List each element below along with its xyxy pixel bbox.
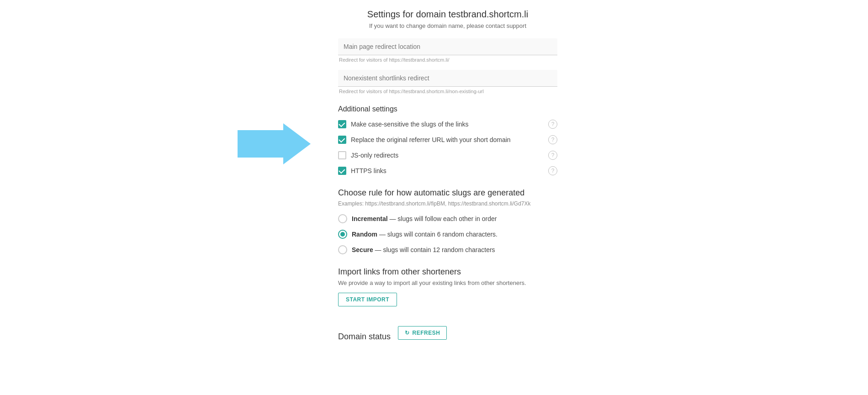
checkbox-row-js-only: JS-only redirects ?: [338, 151, 557, 160]
checkbox-row-case-sensitive: Make case-sensitive the slugs of the lin…: [338, 120, 557, 129]
page-subtitle: If you want to change domain name, pleas…: [338, 22, 557, 29]
checkbox-https[interactable]: [338, 167, 346, 175]
slug-rules-title: Choose rule for how automatic slugs are …: [338, 188, 557, 198]
nonexistent-redirect-input[interactable]: [338, 70, 557, 87]
import-section-subtitle: We provide a way to import all your exis…: [338, 279, 557, 286]
checkbox-replace-referrer[interactable]: [338, 136, 346, 144]
checkbox-row-replace-referrer: Replace the original referrer URL with y…: [338, 135, 557, 144]
radio-label-secure: Secure — slugs will contain 12 random ch…: [352, 246, 495, 253]
main-redirect-input[interactable]: [338, 38, 557, 55]
additional-settings-title: Additional settings: [338, 105, 557, 113]
radio-incremental[interactable]: [338, 214, 347, 223]
checkbox-case-sensitive[interactable]: [338, 120, 346, 128]
checkbox-label-https: HTTPS links: [351, 167, 386, 174]
checkbox-label-case-sensitive: Make case-sensitive the slugs of the lin…: [351, 121, 469, 128]
arrow-annotation: [238, 123, 311, 164]
start-import-button[interactable]: START IMPORT: [338, 293, 397, 306]
checkbox-label-js-only: JS-only redirects: [351, 152, 398, 159]
refresh-button[interactable]: ↻ REFRESH: [398, 326, 447, 340]
checkbox-label-replace-referrer: Replace the original referrer URL with y…: [351, 136, 511, 143]
radio-secure[interactable]: [338, 245, 347, 254]
main-redirect-group: Redirect for visitors of https://testbra…: [338, 38, 557, 63]
nonexistent-redirect-group: Redirect for visitors of https://testbra…: [338, 70, 557, 94]
refresh-label: REFRESH: [413, 330, 440, 336]
import-section-title: Import links from other shorteners: [338, 267, 557, 277]
domain-status-title: Domain status: [338, 332, 391, 342]
radio-row-secure: Secure — slugs will contain 12 random ch…: [338, 245, 557, 254]
checkbox-row-https: HTTPS links ?: [338, 166, 557, 175]
help-icon-replace-referrer[interactable]: ?: [548, 135, 557, 144]
svg-marker-0: [238, 123, 311, 164]
radio-random[interactable]: [338, 230, 347, 239]
radio-row-incremental: Incremental — slugs will follow each oth…: [338, 214, 557, 223]
help-icon-case-sensitive[interactable]: ?: [548, 120, 557, 129]
main-redirect-hint: Redirect for visitors of https://testbra…: [338, 57, 557, 63]
help-icon-js-only[interactable]: ?: [548, 151, 557, 160]
checkbox-js-only[interactable]: [338, 151, 346, 159]
slug-rules-examples: Examples: https://testbrand.shortcm.li/f…: [338, 200, 557, 207]
radio-label-random: Random — slugs will contain 6 random cha…: [352, 231, 498, 238]
page-title: Settings for domain testbrand.shortcm.li: [338, 9, 557, 20]
radio-label-incremental: Incremental — slugs will follow each oth…: [352, 215, 497, 222]
refresh-icon: ↻: [405, 330, 410, 336]
help-icon-https[interactable]: ?: [548, 166, 557, 175]
nonexistent-redirect-hint: Redirect for visitors of https://testbra…: [338, 89, 557, 94]
radio-row-random: Random — slugs will contain 6 random cha…: [338, 230, 557, 239]
